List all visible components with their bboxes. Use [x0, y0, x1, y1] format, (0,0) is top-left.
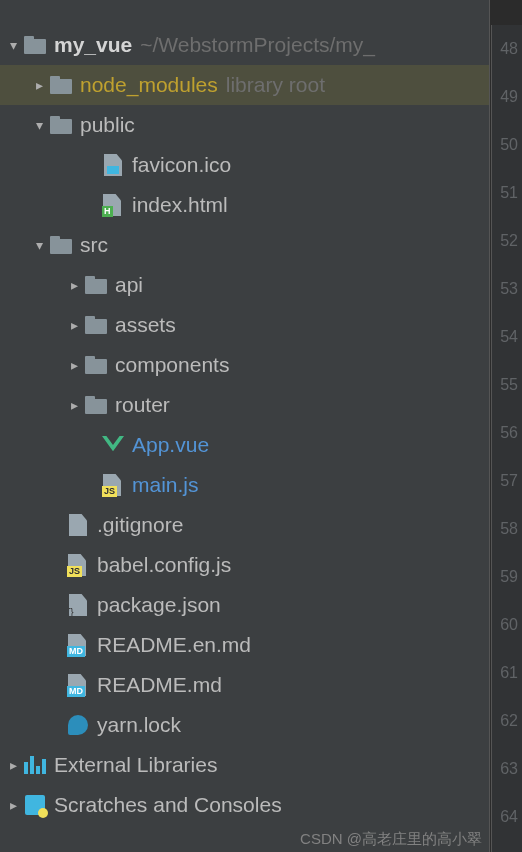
folder-icon [48, 76, 74, 94]
line-number: 62 [492, 697, 518, 745]
file-label: package.json [97, 593, 221, 617]
svg-rect-9 [85, 276, 95, 282]
file-label: README.md [97, 673, 222, 697]
chevron-right-icon[interactable]: ▸ [65, 317, 83, 333]
folder-icon [22, 36, 48, 54]
line-number: 59 [492, 553, 518, 601]
chevron-right-icon[interactable]: ▸ [4, 797, 22, 813]
tree-row-src[interactable]: ▾ src [0, 225, 489, 265]
file-label: main.js [132, 473, 199, 497]
folder-icon [48, 116, 74, 134]
line-number: 51 [492, 169, 518, 217]
chevron-down-icon[interactable]: ▾ [4, 37, 22, 53]
project-name: my_vue [54, 33, 132, 57]
editor-gutter: 48 49 50 51 52 53 54 55 56 57 58 59 60 6… [491, 25, 522, 852]
js-file-icon: JS [100, 474, 126, 496]
folder-label: router [115, 393, 170, 417]
tree-row-project-root[interactable]: ▾ my_vue ~/WebstormProjects/my_ [0, 25, 489, 65]
folder-label: components [115, 353, 229, 377]
line-number: 49 [492, 73, 518, 121]
chevron-right-icon[interactable]: ▸ [65, 277, 83, 293]
file-label: App.vue [132, 433, 209, 457]
scratches-icon [22, 795, 48, 815]
svg-rect-5 [50, 116, 60, 122]
md-file-icon: MD [65, 634, 91, 656]
folder-label: public [80, 113, 135, 137]
line-number: 63 [492, 745, 518, 793]
item-label: Scratches and Consoles [54, 793, 282, 817]
tree-row-public[interactable]: ▾ public [0, 105, 489, 145]
tree-row-babel-config[interactable]: JS babel.config.js [0, 545, 489, 585]
tree-row-scratches[interactable]: ▸ Scratches and Consoles [0, 785, 489, 825]
chevron-down-icon[interactable]: ▾ [30, 117, 48, 133]
chevron-right-icon[interactable]: ▸ [65, 397, 83, 413]
html-file-icon: H [100, 194, 126, 216]
file-label: index.html [132, 193, 228, 217]
line-number: 56 [492, 409, 518, 457]
folder-label: node_modules [80, 73, 218, 97]
tree-row-app-vue[interactable]: App.vue [0, 425, 489, 465]
tree-row-readme-en[interactable]: MD README.en.md [0, 625, 489, 665]
line-number: 55 [492, 361, 518, 409]
svg-rect-3 [50, 76, 60, 82]
chevron-down-icon[interactable]: ▾ [30, 237, 48, 253]
line-number: 50 [492, 121, 518, 169]
tree-row-package-json[interactable]: package.json [0, 585, 489, 625]
svg-rect-11 [85, 316, 95, 322]
line-number: 61 [492, 649, 518, 697]
tree-row-router[interactable]: ▸ router [0, 385, 489, 425]
image-file-icon [100, 154, 126, 176]
item-label: External Libraries [54, 753, 217, 777]
project-path: ~/WebstormProjects/my_ [140, 33, 375, 57]
tree-row-node-modules[interactable]: ▸ node_modules library root [0, 65, 489, 105]
tree-row-components[interactable]: ▸ components [0, 345, 489, 385]
folder-label: assets [115, 313, 176, 337]
folder-icon [83, 316, 109, 334]
md-file-icon: MD [65, 674, 91, 696]
json-file-icon [65, 594, 91, 616]
line-number: 52 [492, 217, 518, 265]
tree-row-index-html[interactable]: H index.html [0, 185, 489, 225]
folder-icon [83, 356, 109, 374]
yarn-file-icon [65, 715, 91, 735]
folder-icon [48, 236, 74, 254]
chevron-right-icon[interactable]: ▸ [30, 77, 48, 93]
file-label: babel.config.js [97, 553, 231, 577]
folder-label: src [80, 233, 108, 257]
file-label: favicon.ico [132, 153, 231, 177]
line-number: 48 [492, 25, 518, 73]
tree-row-external-libraries[interactable]: ▸ External Libraries [0, 745, 489, 785]
svg-rect-7 [50, 236, 60, 242]
file-label: yarn.lock [97, 713, 181, 737]
line-number: 57 [492, 457, 518, 505]
svg-rect-1 [24, 36, 34, 42]
tree-row-assets[interactable]: ▸ assets [0, 305, 489, 345]
tree-row-readme[interactable]: MD README.md [0, 665, 489, 705]
line-number: 53 [492, 265, 518, 313]
tree-row-yarn-lock[interactable]: yarn.lock [0, 705, 489, 745]
file-label: README.en.md [97, 633, 251, 657]
project-tree: ▾ my_vue ~/WebstormProjects/my_ ▸ node_m… [0, 0, 490, 852]
line-number: 58 [492, 505, 518, 553]
folder-icon [83, 396, 109, 414]
js-file-icon: JS [65, 554, 91, 576]
chevron-right-icon[interactable]: ▸ [65, 357, 83, 373]
vue-file-icon [100, 436, 126, 454]
file-label: .gitignore [97, 513, 183, 537]
tree-row-main-js[interactable]: JS main.js [0, 465, 489, 505]
folder-icon [83, 276, 109, 294]
tree-row-gitignore[interactable]: .gitignore [0, 505, 489, 545]
line-number: 54 [492, 313, 518, 361]
watermark-text: CSDN @高老庄里的高小翠 [300, 830, 482, 849]
folder-label: api [115, 273, 143, 297]
svg-rect-15 [85, 396, 95, 402]
svg-rect-13 [85, 356, 95, 362]
line-number: 60 [492, 601, 518, 649]
chevron-right-icon[interactable]: ▸ [4, 757, 22, 773]
line-number: 64 [492, 793, 518, 841]
tree-row-favicon[interactable]: favicon.ico [0, 145, 489, 185]
libraries-icon [22, 756, 48, 774]
folder-hint: library root [226, 73, 325, 97]
tree-row-api[interactable]: ▸ api [0, 265, 489, 305]
git-file-icon [65, 514, 91, 536]
